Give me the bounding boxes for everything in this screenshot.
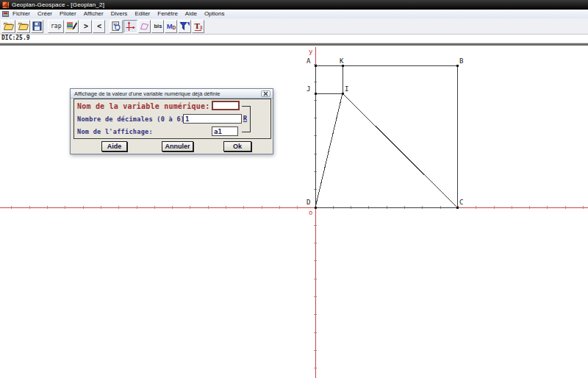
open-folder-icon <box>18 21 29 31</box>
palette-pen-icon <box>66 21 77 31</box>
toolbar-button-prev[interactable]: < <box>93 20 105 33</box>
child-window-icon[interactable] <box>2 11 9 17</box>
print-preview-icon <box>111 21 121 31</box>
menu-item-fichier[interactable]: Fichier <box>9 10 34 18</box>
toolbar-button-label: > <box>84 23 88 30</box>
window-titlebar: Geoplan-Geospace - [Geoplan_2] <box>0 0 588 10</box>
point-D[interactable] <box>315 207 317 209</box>
window-separator <box>0 43 588 46</box>
decimals-label: Nombre de décimales (0 à 6): <box>77 116 189 123</box>
toolbar-button-label: T <box>194 23 199 30</box>
point-label-C: C <box>459 199 463 206</box>
application-window: AKBJIDCyo Geoplan-Geospace - [Geoplan_2]… <box>0 0 588 378</box>
toolbar-button-label: M <box>167 23 173 30</box>
toolbar-button-label: rap <box>49 24 62 29</box>
toolbar-button-save[interactable] <box>31 20 43 33</box>
save-icon <box>32 21 42 31</box>
toolbar-button-label: < <box>97 23 101 30</box>
point-label-B: B <box>459 57 463 65</box>
toolbar-button-axes[interactable] <box>123 20 137 33</box>
toolbar-button-trace[interactable] <box>138 20 151 33</box>
point-label-A: A <box>306 57 311 65</box>
toolbar-button-open-figure[interactable] <box>1 20 15 33</box>
dialog-close-button[interactable] <box>261 90 270 97</box>
point-label-J: J <box>306 85 310 93</box>
toolbar-button-selection[interactable] <box>178 20 191 33</box>
point-label-K: K <box>340 57 344 65</box>
toolbar-button-label: bis <box>154 24 162 29</box>
point-label-D: D <box>306 199 310 206</box>
variable-name-label: Nom de la variable numérique: <box>77 103 209 110</box>
point-I[interactable] <box>342 93 344 95</box>
menubar: FichierCréerPiloterAfficherDiversEditerF… <box>0 10 588 18</box>
toolbar-button-open-text[interactable] <box>16 20 30 33</box>
app-icon <box>2 1 9 8</box>
help-button[interactable]: Aide <box>101 141 127 151</box>
menu-item-creer[interactable]: Créer <box>34 10 56 18</box>
toolbar-button-t3[interactable]: T3 <box>192 20 204 33</box>
open-folder-icon <box>3 21 14 31</box>
menu-item-afficher[interactable]: Afficher <box>80 10 107 18</box>
menu-item-fenetre[interactable]: Fenêtre <box>154 10 182 18</box>
display-name-label: Nom de l'affichage: <box>77 129 153 135</box>
menu-item-aide[interactable]: Aide <box>182 10 201 18</box>
variable-name-input[interactable] <box>212 101 240 110</box>
menu-item-editer[interactable]: Editer <box>131 10 154 18</box>
toolbar-button-rap[interactable]: rap <box>48 20 64 33</box>
dialog-titlebar[interactable]: Affichage de la valeur d'une variable nu… <box>71 89 273 99</box>
point-A[interactable] <box>315 65 317 67</box>
menu-item-piloter[interactable]: Piloter <box>56 10 80 18</box>
point-B[interactable] <box>456 65 459 67</box>
toolbar-button-next[interactable]: > <box>79 20 92 33</box>
figure-canvas: AKBJIDCyo <box>0 0 588 378</box>
toolbar-button-draw-style[interactable] <box>65 20 79 33</box>
toolbar-button-subscript: 3 <box>200 26 203 31</box>
ok-button[interactable]: Ok <box>223 141 251 151</box>
segment-IC <box>343 93 457 207</box>
axis-label-y: y <box>309 48 313 55</box>
decimals-input[interactable] <box>183 114 242 124</box>
close-icon <box>263 91 268 96</box>
display-dic: DIC:25.9 <box>1 35 30 41</box>
dialog-fields-panel: Nom de la variable numérique: Nombre de … <box>74 99 271 139</box>
display-name-input[interactable] <box>212 126 238 136</box>
recall-button[interactable]: R <box>241 115 249 122</box>
toolbar-button-subscript: D <box>173 26 176 31</box>
dialog-title: Affichage de la valeur d'une variable nu… <box>74 90 220 97</box>
funnel-icon <box>179 21 190 31</box>
point-J[interactable] <box>315 93 317 95</box>
point-label-I: I <box>345 85 348 93</box>
segment-DI <box>315 93 343 207</box>
toolbar-button-bis[interactable]: bis <box>151 20 164 33</box>
toolbar-button-md[interactable]: MD <box>165 20 177 33</box>
axis-label-o: o <box>309 209 312 216</box>
toolbar-button-preview[interactable] <box>110 20 123 33</box>
variable-display-dialog: Affichage de la valeur d'une variable nu… <box>70 88 273 154</box>
point-C[interactable] <box>456 207 459 209</box>
menu-item-options[interactable]: Options <box>201 10 229 18</box>
window-title: Geoplan-Geospace - [Geoplan_2] <box>12 1 104 8</box>
polygon-icon <box>140 22 149 31</box>
toolbar: rap><bisMDT3 <box>0 18 588 35</box>
menu-item-divers[interactable]: Divers <box>107 10 132 18</box>
cancel-button[interactable]: Annuler <box>162 141 193 151</box>
axes-icon <box>125 21 136 32</box>
